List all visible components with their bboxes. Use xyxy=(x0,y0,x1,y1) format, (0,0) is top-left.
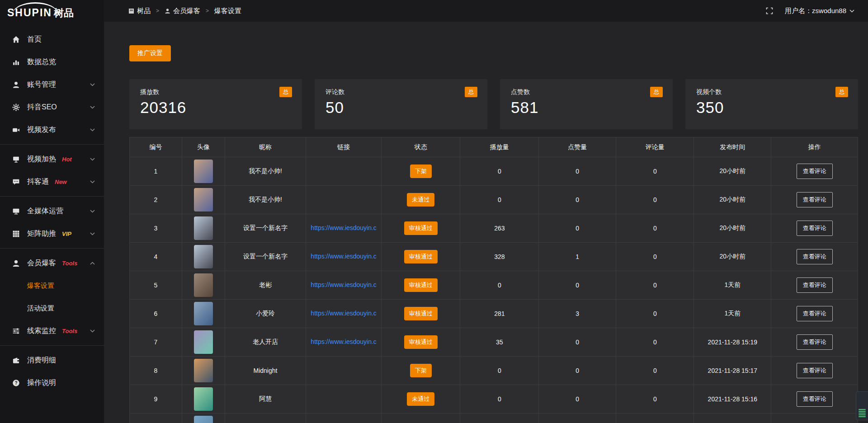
sidebar-item-help[interactable]: ? 操作说明 xyxy=(0,371,104,394)
table-row: 6 小爱玲 https://www.iesdouyin.c 审核通过 281 3… xyxy=(130,300,858,328)
question-icon: ? xyxy=(12,379,20,387)
user-menu[interactable]: 用户名：zswodun88 xyxy=(785,7,854,15)
column-header-time: 发布时间 xyxy=(694,137,771,157)
sidebar-item-douyin-seo[interactable]: 抖音SEO xyxy=(0,96,104,118)
row-id: 3 xyxy=(154,225,158,232)
bar-chart-icon xyxy=(12,58,20,66)
status-badge: 下架 xyxy=(410,164,432,178)
total-badge: 总 xyxy=(835,87,848,97)
avatar xyxy=(194,359,213,382)
row-id: 2 xyxy=(154,196,158,203)
nickname: Midnight xyxy=(253,367,277,374)
sidebar-item-home[interactable]: 首页 xyxy=(0,28,104,51)
comments-count: 0 xyxy=(653,395,657,403)
stat-label: 播放数 xyxy=(140,88,291,96)
view-comments-button[interactable]: 查看评论 xyxy=(797,249,833,264)
chevron-down-icon xyxy=(90,329,95,333)
comments-count: 0 xyxy=(653,367,657,374)
comments-count: 0 xyxy=(653,253,657,260)
widget-bar xyxy=(859,414,866,415)
window-icon xyxy=(128,8,134,14)
nickname: 设置一个新名字 xyxy=(243,224,288,231)
video-link[interactable]: https://www.iesdouyin.c xyxy=(311,310,377,317)
username-label: 用户名：zswodun88 xyxy=(785,7,846,15)
sidebar-item-video-heat[interactable]: 视频加热 Hot xyxy=(0,148,104,170)
view-comments-button[interactable]: 查看评论 xyxy=(797,164,833,179)
sidebar-item-clue-monitor[interactable]: 线索监控 Tools xyxy=(0,320,104,342)
widget-bar xyxy=(859,411,866,412)
publish-time: 20小时前 xyxy=(720,196,746,203)
sidebar-item-data-overview[interactable]: 数据总览 xyxy=(0,51,104,73)
row-id: 1 xyxy=(154,168,158,175)
publish-time: 2021-11-28 15:19 xyxy=(708,338,758,346)
logo: SHUPIN树品 xyxy=(0,0,104,22)
avatar xyxy=(194,330,213,354)
view-comments-button[interactable]: 查看评论 xyxy=(797,221,833,236)
status-badge: 审核通过 xyxy=(404,307,438,320)
comments-count: 0 xyxy=(653,168,657,175)
chevron-down-icon xyxy=(90,106,95,109)
column-header-plays: 播放量 xyxy=(460,137,539,157)
main-content: 推广设置 播放数 20316 总 评论数 50 总 点赞数 581 总 视频个数… xyxy=(104,0,868,423)
chevron-down-icon xyxy=(90,180,95,183)
column-header-comments: 评论量 xyxy=(616,137,694,157)
sidebar-item-douketong[interactable]: 抖客通 New xyxy=(0,170,104,193)
view-comments-button[interactable]: 查看评论 xyxy=(797,363,833,378)
sidebar-subitem-baoke-settings[interactable]: 爆客设置 xyxy=(0,274,104,297)
avatar xyxy=(194,216,213,240)
breadcrumb-item-current: 爆客设置 xyxy=(214,7,241,15)
floating-widget[interactable] xyxy=(856,391,868,420)
member-icon xyxy=(12,259,20,267)
column-header-likes: 点赞量 xyxy=(539,137,616,157)
sidebar-item-consumption[interactable]: 消费明细 xyxy=(0,349,104,371)
top-header: SHUPIN树品 树品 > 会员爆客 > 爆客设置 用户名：zswodun88 xyxy=(0,0,868,22)
widget-bar xyxy=(859,409,866,410)
breadcrumb-item-member[interactable]: 会员爆客 xyxy=(165,7,200,15)
sidebar-divider xyxy=(0,248,104,249)
likes-count: 1 xyxy=(576,253,579,260)
avatar xyxy=(194,387,213,411)
view-comments-button[interactable]: 查看评论 xyxy=(797,306,833,321)
stats-row: 播放数 20316 总 评论数 50 总 点赞数 581 总 视频个数 350 … xyxy=(129,79,858,129)
video-link[interactable]: https://www.iesdouyin.c xyxy=(311,338,377,345)
sidebar-item-account[interactable]: 账号管理 xyxy=(0,73,104,96)
video-link[interactable]: https://www.iesdouyin.c xyxy=(311,253,377,260)
promo-settings-button[interactable]: 推广设置 xyxy=(129,45,171,61)
nickname: 我不是小帅! xyxy=(249,196,282,203)
table-row xyxy=(130,414,858,423)
table-row: 5 老彬 https://www.iesdouyin.c 审核通过 0 0 0 … xyxy=(130,271,858,300)
row-id: 6 xyxy=(154,310,158,317)
sidebar-item-all-media[interactable]: 全媒体运营 xyxy=(0,200,104,222)
publish-time: 20小时前 xyxy=(720,167,746,174)
view-comments-button[interactable]: 查看评论 xyxy=(797,277,833,293)
gear-icon xyxy=(12,103,20,111)
likes-count: 0 xyxy=(576,225,579,232)
sidebar-subitem-activity-settings[interactable]: 活动设置 xyxy=(0,297,104,320)
chevron-down-icon xyxy=(90,128,95,132)
nickname: 小爱玲 xyxy=(256,310,275,317)
view-comments-button[interactable]: 查看评论 xyxy=(797,192,833,207)
widget-bar xyxy=(859,416,866,417)
stat-value: 50 xyxy=(326,99,476,117)
table-row: 1 我不是小帅! 下架 0 0 0 20小时前 查看评论 xyxy=(130,157,858,186)
table-row: 3 设置一个新名字 https://www.iesdouyin.c 审核通过 2… xyxy=(130,214,858,243)
sidebar-item-matrix-boost[interactable]: 矩阵助推 VIP xyxy=(0,222,104,245)
fullscreen-icon[interactable] xyxy=(766,7,773,14)
nickname: 阿慧 xyxy=(259,395,272,402)
plays-count: 281 xyxy=(494,310,505,317)
publish-time: 20小时前 xyxy=(720,224,746,231)
table-row: 8 Midnight 下架 0 0 0 2021-11-28 15:17 查看评… xyxy=(130,357,858,385)
status-badge: 未通过 xyxy=(407,193,434,207)
view-comments-button[interactable]: 查看评论 xyxy=(797,391,833,407)
chevron-up-icon xyxy=(90,262,95,265)
sidebar-item-member-baoke[interactable]: 会员爆客 Tools xyxy=(0,252,104,274)
home-icon xyxy=(12,36,20,43)
video-link[interactable]: https://www.iesdouyin.c xyxy=(311,224,377,231)
view-comments-button[interactable]: 查看评论 xyxy=(797,334,833,350)
breadcrumb-item-home[interactable]: 树品 xyxy=(128,7,151,15)
stat-label: 视频个数 xyxy=(696,88,847,96)
video-link[interactable]: https://www.iesdouyin.c xyxy=(311,281,377,288)
stat-card-plays: 播放数 20316 总 xyxy=(129,79,302,129)
total-badge: 总 xyxy=(465,87,477,97)
sidebar-item-video-publish[interactable]: 视频发布 xyxy=(0,118,104,141)
